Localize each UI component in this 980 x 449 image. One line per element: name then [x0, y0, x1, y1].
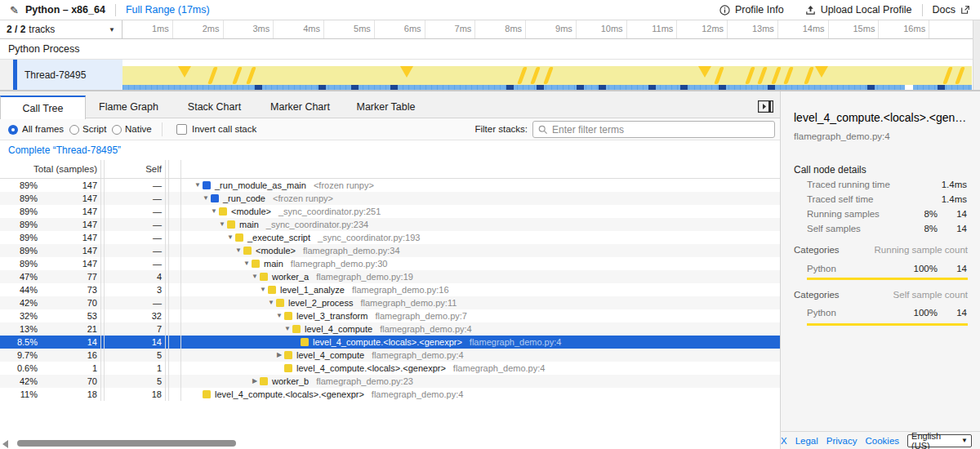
language-select[interactable]: English (US) ▼: [907, 434, 972, 447]
row-total-samples: 147: [38, 205, 100, 218]
row-self-samples: 14: [105, 336, 166, 349]
radio-all-frames-label[interactable]: All frames: [22, 124, 64, 134]
call-tree-row[interactable]: 42%70 — ▼ level_2_process flamegraph_dem…: [0, 296, 780, 309]
track-marker-slash: [955, 67, 965, 84]
twisty-icon[interactable]: ▼: [250, 270, 260, 283]
radio-script-label[interactable]: Script: [82, 124, 106, 134]
row-total-samples: 70: [38, 296, 100, 309]
tracks-dropdown-button[interactable]: 2 / 2 tracks ▼: [0, 20, 122, 38]
track-python-process[interactable]: Python Process: [0, 39, 980, 60]
source-location: flamegraph_demo.py:34: [303, 244, 400, 257]
function-name: level_4_compute.<locals>.<genexpr>: [313, 336, 462, 349]
horizontal-scrollbar-thumb[interactable]: [17, 440, 236, 447]
call-tree-row[interactable]: 42%70 5 ▶ worker_b flamegraph_demo.py:23: [0, 375, 780, 388]
call-tree-row[interactable]: 32%53 32 ▼ level_3_transform flamegraph_…: [0, 309, 780, 322]
call-tree-row[interactable]: 89%147 — ▼ main _sync_coordinator.py:234: [0, 218, 780, 231]
breadcrumb-complete-thread[interactable]: Complete “Thread-78495”: [8, 144, 121, 156]
row-total-samples: 73: [38, 283, 100, 296]
track-marker-slash: [517, 67, 528, 84]
twisty-icon[interactable]: ▼: [209, 205, 219, 218]
edit-pencil-icon[interactable]: ✎: [10, 4, 19, 16]
row-self-samples: 4: [105, 270, 166, 283]
radio-native[interactable]: [112, 125, 122, 135]
docs-link[interactable]: Docs: [933, 4, 970, 16]
call-tree-row[interactable]: 89%147 — ▼ <module> flamegraph_demo.py:3…: [0, 244, 780, 257]
call-tree-row[interactable]: 13%21 7 ▼ level_4_compute flamegraph_dem…: [0, 322, 780, 336]
twisty-icon[interactable]: ▼: [266, 296, 276, 309]
tab-flame-graph[interactable]: Flame Graph: [86, 96, 172, 118]
twisty-icon[interactable]: ▼: [258, 283, 268, 296]
twisty-icon[interactable]: ▶: [250, 375, 260, 388]
row-total-samples: 16: [38, 349, 100, 362]
call-tree-row[interactable]: 89%147 — ▼ main flamegraph_demo.py:30: [0, 257, 780, 270]
function-name: level_1_analyze: [280, 283, 345, 296]
category-bar: [807, 278, 968, 280]
source-location: _sync_coordinator.py:193: [318, 231, 420, 244]
tab-stack-chart[interactable]: Stack Chart: [172, 96, 257, 118]
call-tree-row[interactable]: 89%147 — ▼ <module> _sync_coordinator.py…: [0, 205, 780, 218]
sidebar-toggle-icon[interactable]: [758, 100, 773, 116]
twisty-icon[interactable]: ▼: [217, 218, 227, 231]
source-location: flamegraph_demo.py:4: [372, 388, 464, 401]
row-total-samples: 53: [38, 309, 100, 322]
call-tree-row[interactable]: 89%147 — ▼ _execute_script _sync_coordin…: [0, 231, 780, 244]
category-square-icon: [276, 299, 284, 307]
footer-legal-link[interactable]: Legal: [795, 436, 818, 446]
search-icon: [538, 125, 548, 135]
radio-native-label[interactable]: Native: [125, 124, 152, 134]
tab-call-tree[interactable]: Call Tree: [0, 96, 86, 119]
function-name: level_4_compute.<locals>.<genexpr>: [296, 362, 446, 375]
call-tree-rows: 89%147 — ▼ _run_module_as_main <frozen r…: [0, 179, 780, 401]
row-self-samples: —: [105, 179, 166, 192]
row-total-percent: 13%: [0, 322, 38, 336]
row-total-percent: 42%: [0, 296, 38, 309]
twisty-icon[interactable]: ▼: [193, 179, 203, 192]
call-tree-row[interactable]: 11%18 18 level_4_compute.<locals>.<genex…: [0, 388, 780, 401]
upload-profile-button[interactable]: Upload Local Profile: [805, 4, 912, 16]
call-tree-row[interactable]: 44%73 3 ▼ level_1_analyze flamegraph_dem…: [0, 283, 780, 296]
call-tree-row[interactable]: 8.5%14 14 level_4_compute.<locals>.<gene…: [0, 336, 780, 349]
function-name: _run_code: [223, 192, 265, 205]
sidebar: level_4_compute.<locals>.<genexpr> flame…: [780, 91, 980, 431]
call-tree-row[interactable]: 47%77 4 ▼ worker_a flamegraph_demo.py:19: [0, 270, 780, 283]
function-name: level_4_compute: [296, 349, 364, 362]
tracks-scrollbar[interactable]: [973, 20, 980, 90]
function-name: level_4_compute.<locals>.<genexpr>: [215, 388, 364, 401]
tab-marker-table[interactable]: Marker Table: [343, 96, 429, 118]
footer-cookies-link[interactable]: Cookies: [866, 436, 900, 446]
footer-x-link[interactable]: X: [781, 436, 787, 446]
panel-tabbar: Call Tree Flame Graph Stack Chart Marker…: [0, 91, 780, 118]
call-tree-row[interactable]: 0.6%1 1 level_4_compute.<locals>.<genexp…: [0, 362, 780, 375]
categories-header: CategoriesSelf sample count: [794, 290, 968, 300]
profile-info-button[interactable]: Profile Info: [719, 4, 784, 16]
radio-all-frames[interactable]: [8, 125, 18, 135]
row-total-samples: 14: [38, 336, 100, 349]
call-tree-row[interactable]: 9.7%16 5 ▶ level_4_compute flamegraph_de…: [0, 349, 780, 362]
footer-privacy-link[interactable]: Privacy: [826, 436, 858, 446]
scroll-left-arrow-icon[interactable]: [2, 440, 8, 448]
full-range-link[interactable]: Full Range (17ms): [126, 4, 210, 16]
thread-track-label[interactable]: Thread-78495: [17, 60, 122, 90]
twisty-icon[interactable]: ▼: [242, 257, 252, 270]
thread-track-canvas[interactable]: [122, 60, 972, 90]
twisty-icon[interactable]: ▼: [274, 309, 284, 322]
row-self-samples: 18: [105, 388, 166, 401]
twisty-icon[interactable]: ▼: [283, 322, 292, 336]
category-bar: [807, 323, 968, 326]
divider: [115, 4, 116, 16]
tab-marker-chart[interactable]: Marker Chart: [257, 96, 343, 118]
twisty-icon[interactable]: ▼: [225, 231, 235, 244]
radio-script[interactable]: [69, 125, 79, 135]
categories-header: CategoriesRunning sample count: [794, 245, 968, 255]
invert-call-stack-checkbox[interactable]: [176, 124, 187, 135]
call-tree-row[interactable]: 89%147 — ▼ _run_module_as_main <frozen r…: [0, 179, 780, 192]
detail-row: Self samples8%14: [807, 224, 967, 233]
twisty-icon[interactable]: ▼: [234, 244, 243, 257]
twisty-icon[interactable]: ▼: [201, 192, 211, 205]
divider: [922, 4, 923, 16]
row-total-samples: 1: [38, 362, 100, 375]
filter-stacks-input[interactable]: Enter filter terms: [532, 121, 775, 138]
call-tree-row[interactable]: 89%147 — ▼ _run_code <frozen runpy>: [0, 192, 780, 205]
twisty-icon[interactable]: ▶: [274, 349, 284, 362]
invert-call-stack-label[interactable]: Invert call stack: [192, 124, 256, 134]
